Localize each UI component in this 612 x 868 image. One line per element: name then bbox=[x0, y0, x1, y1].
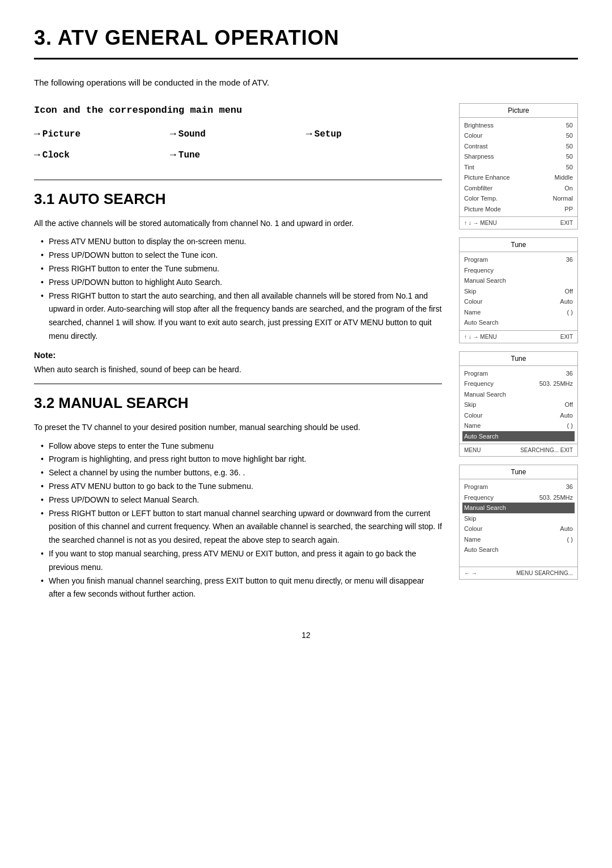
arrow-icon: → bbox=[170, 147, 176, 163]
tv-row-highlighted: Auto Search bbox=[462, 431, 575, 442]
menu-item-picture-label: Picture bbox=[42, 127, 80, 141]
arrow-icon: → bbox=[170, 126, 176, 142]
note-31-heading: Note: bbox=[34, 349, 442, 362]
picture-panel-title: Picture bbox=[460, 104, 577, 118]
tv-row: Program36 bbox=[464, 482, 573, 492]
tune-panel-2-body: Program36 Frequency503. 25MHz Manual Sea… bbox=[460, 366, 577, 444]
tv-row: Manual Search bbox=[464, 389, 573, 400]
menu-item-sound-label: Sound bbox=[178, 127, 206, 141]
icon-menu-grid: → Picture → Sound → Setup → Clock → Tune bbox=[34, 126, 442, 163]
tv-row: Program36 bbox=[464, 254, 573, 265]
bullet-item: Press RIGHT button or LEFT button to sta… bbox=[41, 507, 442, 547]
menu-item-sound: → Sound bbox=[170, 126, 306, 142]
menu-item-picture: → Picture bbox=[34, 126, 170, 142]
tv-row: Tint50 bbox=[464, 162, 573, 173]
tune-panel-1-title: Tune bbox=[460, 238, 577, 252]
tv-row: Brightness50 bbox=[464, 120, 573, 131]
section-divider-31 bbox=[34, 180, 442, 180]
bullet-item: Follow above steps to enter the Tune sub… bbox=[41, 440, 442, 453]
tv-row: Sharpness50 bbox=[464, 151, 573, 162]
tv-row: SkipOff bbox=[464, 286, 573, 297]
tune-panel-3-body: Program36 Frequency503. 25MHz Manual Sea… bbox=[460, 479, 577, 567]
intro-text: The following operations will be conduct… bbox=[34, 76, 578, 90]
section-32-bullets: Follow above steps to enter the Tune sub… bbox=[34, 440, 442, 602]
tv-row: Frequency bbox=[464, 265, 573, 276]
bullet-item: Press UP/DOWN button to highlight Auto S… bbox=[41, 276, 442, 290]
bullet-item: When you finish manual channel searching… bbox=[41, 575, 442, 602]
arrow-icon: → bbox=[306, 126, 312, 142]
tv-row: Name( ) bbox=[464, 420, 573, 431]
bullet-item: Program is highlighting, and press right… bbox=[41, 453, 442, 466]
tv-row: Name( ) bbox=[464, 307, 573, 318]
section-32-title: 3.2 MANUAL SEARCH bbox=[34, 392, 442, 414]
tv-row: Auto Search bbox=[464, 544, 573, 555]
tv-row: Manual Search bbox=[464, 275, 573, 286]
menu-item-setup-label: Setup bbox=[314, 127, 342, 141]
bullet-item: Press UP/DOWN to select Manual Search. bbox=[41, 493, 442, 507]
menu-item-clock: → Clock bbox=[34, 147, 170, 163]
tv-row: ColourAuto bbox=[464, 524, 573, 534]
tv-row: Colour50 bbox=[464, 130, 573, 141]
bullet-item: Select a channel by using the number but… bbox=[41, 466, 442, 480]
picture-panel-footer: ↑ ↓ → MENU EXIT bbox=[460, 216, 577, 229]
icon-menu-heading: Icon and the corresponding main menu bbox=[34, 103, 442, 118]
bullet-item: If you want to stop manual searching, pr… bbox=[41, 547, 442, 575]
page-title: 3. ATV GENERAL OPERATION bbox=[34, 23, 578, 59]
right-panels: Picture Brightness50 Colour50 Contrast50… bbox=[459, 103, 578, 588]
menu-item-setup: → Setup bbox=[306, 126, 442, 142]
bullet-item: Press RIGHT button to enter the Tune sub… bbox=[41, 262, 442, 276]
tv-row: CombfilterOn bbox=[464, 183, 573, 194]
tv-row: Color Temp.Normal bbox=[464, 193, 573, 204]
tune-panel-2: Tune Program36 Frequency503. 25MHz Manua… bbox=[459, 351, 578, 457]
picture-panel: Picture Brightness50 Colour50 Contrast50… bbox=[459, 103, 578, 230]
tv-row: Frequency503. 25MHz bbox=[464, 378, 573, 389]
menu-item-clock-label: Clock bbox=[42, 148, 70, 162]
tv-row: Auto Search bbox=[464, 317, 573, 328]
bullet-item: Press RIGHT button to start the auto sea… bbox=[41, 290, 442, 343]
tv-row: Picture ModePP bbox=[464, 204, 573, 215]
section-divider-32 bbox=[34, 384, 442, 384]
left-content: Icon and the corresponding main menu → P… bbox=[34, 103, 442, 607]
tv-row: Contrast50 bbox=[464, 141, 573, 152]
bullet-item: Press ATV MENU button to go back to the … bbox=[41, 480, 442, 493]
tv-row-highlighted: Manual Search bbox=[462, 503, 575, 513]
section-32-body: To preset the TV channel to your desired… bbox=[34, 421, 442, 433]
tv-row: Program36 bbox=[464, 368, 573, 379]
picture-panel-body: Brightness50 Colour50 Contrast50 Sharpne… bbox=[460, 118, 577, 217]
menu-item-tune-label: Tune bbox=[178, 148, 200, 162]
section-31-bullets: Press ATV MENU button to display the on-… bbox=[34, 235, 442, 343]
tune-panel-2-footer: MENU SEARCHING... EXIT bbox=[460, 444, 577, 456]
tv-row: Name( ) bbox=[464, 534, 573, 545]
menu-item-tune: → Tune bbox=[170, 147, 306, 163]
main-layout: Icon and the corresponding main menu → P… bbox=[34, 103, 578, 607]
tune-panel-1: Tune Program36 Frequency Manual Search S… bbox=[459, 237, 578, 343]
arrow-icon: → bbox=[34, 126, 40, 142]
tv-row: Frequency503. 25MHz bbox=[464, 492, 573, 503]
arrow-icon: → bbox=[34, 147, 40, 163]
bullet-item: Press UP/DOWN button to select the Tune … bbox=[41, 249, 442, 262]
tv-row: ColourAuto bbox=[464, 410, 573, 421]
page-number: 12 bbox=[34, 629, 578, 641]
tv-row: Skip bbox=[464, 513, 573, 524]
tv-row: Picture EnhanceMiddle bbox=[464, 172, 573, 183]
tv-row: ColourAuto bbox=[464, 296, 573, 307]
section-31-title: 3.1 AUTO SEARCH bbox=[34, 188, 442, 210]
tune-panel-1-body: Program36 Frequency Manual Search SkipOf… bbox=[460, 252, 577, 330]
section-31-body: All the active channels will be stored a… bbox=[34, 217, 442, 229]
tune-panel-2-title: Tune bbox=[460, 352, 577, 366]
bullet-item: Press ATV MENU button to display the on-… bbox=[41, 235, 442, 249]
note-31-text: When auto search is finished, sound of b… bbox=[34, 364, 442, 376]
tune-panel-1-footer: ↑ ↓ → MENU EXIT bbox=[460, 330, 577, 343]
tune-panel-3-footer: ← → MENU SEARCHING... bbox=[460, 567, 577, 579]
tune-panel-3-title: Tune bbox=[460, 465, 577, 479]
tune-panel-3: Tune Program36 Frequency503. 25MHz Manua… bbox=[459, 465, 578, 580]
tv-row: SkipOff bbox=[464, 399, 573, 410]
